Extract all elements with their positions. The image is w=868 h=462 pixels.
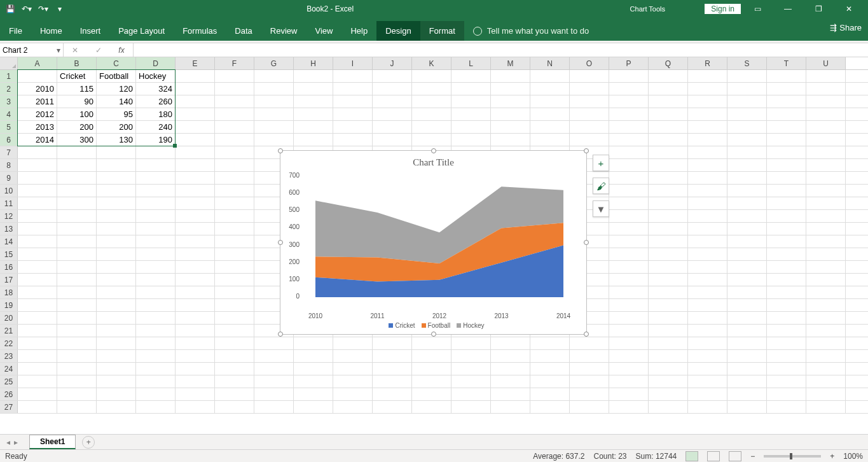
cell[interactable] [688, 83, 727, 95]
cell[interactable] [18, 70, 57, 82]
cell[interactable] [727, 248, 767, 260]
cell[interactable] [727, 146, 767, 158]
cell[interactable] [97, 388, 136, 400]
cell[interactable] [609, 274, 649, 286]
cell[interactable] [727, 363, 767, 375]
cell[interactable] [806, 363, 846, 375]
cell[interactable] [176, 248, 215, 260]
cell[interactable] [97, 363, 136, 375]
column-header[interactable]: E [176, 57, 215, 69]
cell[interactable] [18, 363, 57, 375]
cell[interactable] [18, 350, 57, 362]
cell[interactable] [136, 325, 176, 337]
cell[interactable] [570, 375, 609, 388]
cell[interactable] [412, 363, 451, 375]
cell[interactable] [649, 350, 688, 362]
cell[interactable] [136, 223, 176, 235]
cell[interactable] [570, 70, 609, 82]
select-all-corner[interactable] [0, 57, 18, 69]
cell[interactable] [609, 337, 649, 349]
cell[interactable] [767, 223, 806, 235]
cell[interactable] [333, 337, 373, 349]
tab-view[interactable]: View [306, 21, 341, 41]
cell[interactable] [451, 337, 491, 349]
resize-handle[interactable] [431, 332, 436, 337]
cell[interactable]: 2010 [18, 83, 57, 95]
cell[interactable] [530, 337, 570, 349]
cell[interactable] [767, 375, 806, 388]
cell[interactable] [176, 83, 215, 95]
cell[interactable] [176, 172, 215, 184]
cell[interactable] [254, 108, 294, 120]
cell[interactable] [57, 146, 97, 158]
cell[interactable] [451, 388, 491, 400]
cell[interactable] [806, 210, 846, 222]
cell[interactable] [136, 197, 176, 209]
qat-customize-icon[interactable]: ▾ [55, 4, 65, 14]
chart-elements-button[interactable]: + [593, 155, 609, 171]
cell[interactable] [609, 261, 649, 273]
cell[interactable] [530, 108, 570, 120]
cell[interactable] [530, 70, 570, 82]
cell[interactable] [333, 388, 373, 400]
cell[interactable] [215, 363, 254, 375]
cell[interactable] [806, 121, 846, 133]
cell[interactable] [294, 121, 333, 133]
cell[interactable] [254, 363, 294, 375]
cell[interactable] [254, 70, 294, 82]
cell[interactable] [412, 70, 451, 82]
cell[interactable] [688, 95, 727, 108]
cell[interactable] [688, 146, 727, 158]
cell[interactable] [18, 197, 57, 209]
cell[interactable] [727, 108, 767, 120]
cell[interactable] [254, 134, 294, 146]
share-button[interactable]: ⇶ Share [830, 23, 862, 32]
cell[interactable] [530, 350, 570, 362]
cell[interactable] [649, 108, 688, 120]
cell[interactable] [97, 248, 136, 260]
tab-review[interactable]: Review [261, 21, 307, 41]
cell[interactable] [136, 388, 176, 400]
cell[interactable] [767, 185, 806, 197]
cell[interactable] [18, 388, 57, 400]
cell[interactable] [767, 121, 806, 133]
cell[interactable] [727, 261, 767, 273]
cell[interactable] [609, 363, 649, 375]
cell[interactable] [767, 172, 806, 184]
cell[interactable] [333, 363, 373, 375]
cell[interactable] [18, 235, 57, 248]
resize-handle[interactable] [278, 240, 283, 245]
cell[interactable] [649, 375, 688, 388]
row-header[interactable]: 26 [0, 388, 18, 400]
cell[interactable] [688, 274, 727, 286]
cell[interactable] [530, 363, 570, 375]
cell[interactable] [609, 146, 649, 158]
column-header[interactable]: S [727, 57, 767, 69]
cell[interactable] [649, 197, 688, 209]
cell[interactable] [727, 159, 767, 171]
cell[interactable] [97, 312, 136, 324]
cell[interactable] [18, 325, 57, 337]
redo-icon[interactable]: ↷▾ [38, 4, 48, 14]
cell[interactable] [806, 95, 846, 108]
cell[interactable] [727, 134, 767, 146]
cell[interactable] [215, 121, 254, 133]
resize-handle[interactable] [431, 148, 436, 153]
cell[interactable] [767, 248, 806, 260]
cell[interactable] [649, 70, 688, 82]
cell[interactable] [649, 363, 688, 375]
cell[interactable] [649, 325, 688, 337]
cell[interactable] [294, 363, 333, 375]
cell[interactable] [176, 197, 215, 209]
cell[interactable] [609, 299, 649, 311]
cell[interactable] [688, 375, 727, 388]
cell[interactable] [767, 337, 806, 349]
cell[interactable] [373, 401, 412, 413]
cell[interactable] [727, 286, 767, 298]
column-header[interactable]: A [18, 57, 57, 69]
cell[interactable] [176, 337, 215, 349]
cell[interactable] [688, 235, 727, 248]
cell[interactable] [491, 95, 530, 108]
cell[interactable] [806, 286, 846, 298]
cell[interactable] [609, 223, 649, 235]
